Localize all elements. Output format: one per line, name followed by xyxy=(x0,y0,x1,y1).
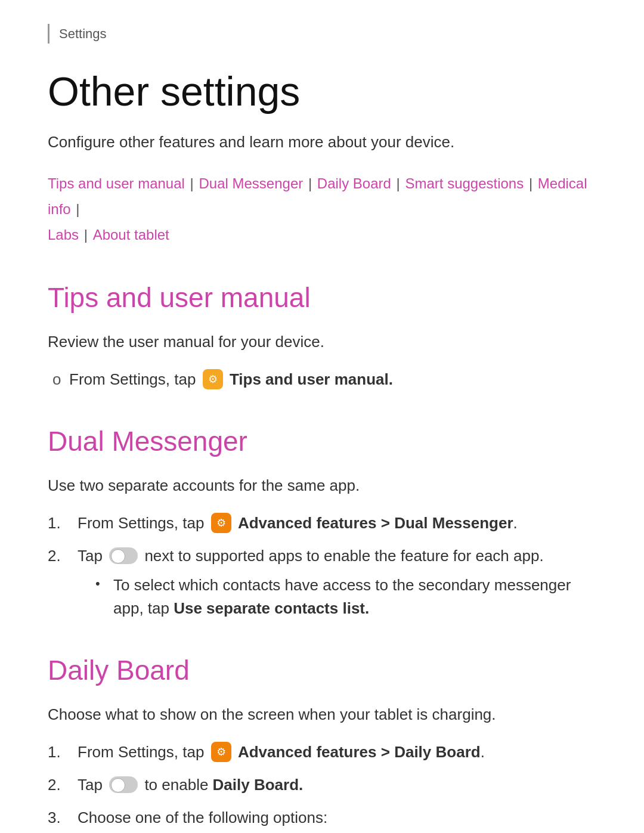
nav-link-smart-suggestions[interactable]: Smart suggestions xyxy=(405,175,524,191)
tips-list: From Settings, tap ⚙ Tips and user manua… xyxy=(48,368,596,391)
nav-link-labs[interactable]: Labs xyxy=(48,227,79,243)
page-subtitle: Configure other features and learn more … xyxy=(48,131,596,154)
dual-messenger-list: From Settings, tap ⚙ Advanced features >… xyxy=(48,512,596,620)
breadcrumb: Settings xyxy=(48,24,596,44)
nav-link-about-tablet[interactable]: About tablet xyxy=(93,227,169,243)
list-item: To select which contacts have access to … xyxy=(95,574,596,620)
section-desc-daily-board: Choose what to show on the screen when y… xyxy=(48,703,596,726)
dual-messenger-subitems: To select which contacts have access to … xyxy=(78,574,596,620)
advanced-features-icon-1: ⚙ xyxy=(211,513,231,533)
section-title-dual-messenger: Dual Messenger xyxy=(48,421,596,462)
section-title-tips: Tips and user manual xyxy=(48,277,596,318)
list-item: From Settings, tap ⚙ Tips and user manua… xyxy=(48,368,596,391)
list-item: Tap next to supported apps to enable the… xyxy=(48,544,596,620)
daily-board-list: From Settings, tap ⚙ Advanced features >… xyxy=(48,741,596,833)
tips-icon: ⚙ xyxy=(203,369,223,389)
section-desc-tips: Review the user manual for your device. xyxy=(48,330,596,354)
section-title-daily-board: Daily Board xyxy=(48,650,596,691)
list-item: From Settings, tap ⚙ Advanced features >… xyxy=(48,741,596,764)
nav-links: Tips and user manual | Dual Messenger | … xyxy=(48,171,596,248)
advanced-features-icon-2: ⚙ xyxy=(211,742,231,762)
toggle-icon xyxy=(109,547,138,564)
nav-link-dual-messenger[interactable]: Dual Messenger xyxy=(199,175,303,191)
list-item: From Settings, tap ⚙ Advanced features >… xyxy=(48,512,596,535)
page-title: Other settings xyxy=(48,67,596,116)
list-item: Choose one of the following options: Tim… xyxy=(48,806,596,833)
nav-link-tips[interactable]: Tips and user manual xyxy=(48,175,185,191)
section-desc-dual-messenger: Use two separate accounts for the same a… xyxy=(48,474,596,497)
toggle-icon-daily-board xyxy=(109,776,138,793)
nav-link-daily-board[interactable]: Daily Board xyxy=(317,175,391,191)
list-item: Tap to enable Daily Board. xyxy=(48,773,596,797)
